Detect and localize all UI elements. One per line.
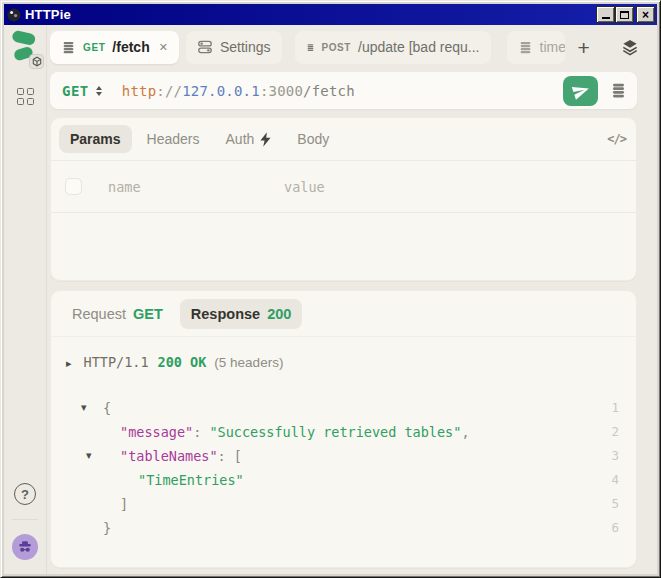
- url-scheme: http: [122, 83, 157, 99]
- tab-label: Body: [297, 131, 329, 147]
- tab-path: /fetch: [112, 39, 149, 55]
- json-punct: :: [218, 448, 234, 464]
- json-key: "message": [120, 424, 193, 440]
- param-enabled-checkbox[interactable]: [65, 178, 82, 195]
- json-line: ▾ "tableNames": [ 3: [51, 444, 636, 468]
- url-host: 127.0.0.1: [182, 83, 260, 99]
- all-tabs-button[interactable]: [618, 35, 642, 59]
- json-line: ▾ { 1: [51, 396, 636, 420]
- environment-badge-icon: [29, 54, 44, 69]
- send-button[interactable]: [563, 76, 598, 106]
- url-port: :3000: [260, 83, 303, 99]
- json-line: "TimeEntries" 4: [51, 468, 636, 492]
- json-punct: ]: [120, 496, 128, 512]
- database-icon: [610, 82, 627, 99]
- tab-time[interactable]: time_: [507, 31, 565, 64]
- layers-icon: [620, 37, 640, 57]
- tab-settings[interactable]: Settings: [186, 31, 282, 64]
- help-icon: ?: [21, 487, 29, 502]
- close-icon: ×: [642, 9, 649, 21]
- tab-method: GET: [83, 42, 105, 53]
- json-string: "TimeEntries": [138, 472, 244, 488]
- url-input[interactable]: http://127.0.0.1:3000/fetch: [122, 83, 355, 99]
- sidebar: ?: [4, 25, 47, 574]
- tab-response[interactable]: Response 200: [180, 299, 303, 329]
- app-content: ?: [4, 25, 657, 574]
- database-icon: [518, 40, 533, 55]
- json-string: "Successfully retrieved tables": [209, 424, 461, 440]
- url-bar: GET http://127.0.0.1:3000/fetch: [50, 72, 637, 109]
- tab-request[interactable]: Request GET: [61, 299, 174, 329]
- response-card: Request GET Response 200 ▸ HTTP/1.1 200 …: [50, 290, 637, 568]
- workspace-grid-icon[interactable]: [17, 88, 34, 105]
- tab-label: Request: [72, 306, 126, 322]
- paper-plane-icon: [569, 79, 592, 102]
- headers-count: (5 headers): [214, 355, 283, 370]
- lightning-bolt-icon: [260, 132, 271, 147]
- titlebar: HTTPie ×: [4, 4, 657, 25]
- new-tab-button[interactable]: +: [572, 37, 596, 58]
- json-punct: ,: [461, 424, 469, 440]
- param-name-input[interactable]: [108, 179, 284, 195]
- method-label: GET: [62, 83, 89, 99]
- tab-path: /update [bad requ...: [358, 39, 479, 55]
- tab-method: GET: [133, 306, 163, 322]
- collapse-caret-icon[interactable]: ▾: [81, 396, 87, 420]
- database-icon: [61, 40, 76, 55]
- updown-arrows-icon: [96, 86, 102, 96]
- request-editor-tabs: Params Headers Auth Body </>: [51, 118, 636, 161]
- line-number: 1: [611, 396, 636, 420]
- line-number: 3: [611, 444, 636, 468]
- tab-headers[interactable]: Headers: [136, 125, 211, 153]
- tab-params[interactable]: Params: [59, 125, 132, 153]
- minimize-icon: [602, 17, 610, 19]
- incognito-icon: [15, 537, 35, 557]
- line-number: 4: [611, 468, 636, 492]
- tab-label: Params: [70, 131, 121, 147]
- tab-body[interactable]: Body: [286, 125, 340, 153]
- response-status-line: ▸ HTTP/1.1 200 OK (5 headers): [51, 354, 636, 370]
- tab-method: POST: [321, 42, 351, 53]
- status-code: 200: [267, 306, 291, 322]
- json-line: } 6: [51, 516, 636, 540]
- request-editor-card: Params Headers Auth Body </>: [50, 117, 637, 281]
- app-window: HTTPie ×: [0, 0, 661, 578]
- line-number: 5: [611, 492, 636, 516]
- tab-get-fetch[interactable]: GET /fetch ✕: [50, 31, 179, 64]
- status-text: 200 OK: [158, 354, 207, 370]
- help-button[interactable]: ?: [14, 483, 36, 505]
- json-line: ] 5: [51, 492, 636, 516]
- param-value-input[interactable]: [284, 179, 622, 195]
- request-options-button[interactable]: [608, 80, 629, 101]
- exchange-tabs: Request GET Response 200: [51, 291, 636, 337]
- json-line: "message": "Successfully retrieved table…: [51, 420, 636, 444]
- collapse-caret-icon[interactable]: ▾: [86, 444, 92, 468]
- sidebar-divider: [12, 519, 38, 520]
- window-controls: ×: [597, 7, 654, 22]
- httpie-logo: [8, 30, 42, 68]
- json-punct: }: [103, 520, 111, 536]
- tab-label: Headers: [147, 131, 200, 147]
- protocol: HTTP/1.1: [84, 354, 149, 370]
- param-row: [51, 161, 636, 213]
- database-icon: [306, 40, 315, 55]
- main-area: GET /fetch ✕ Settings: [47, 25, 657, 574]
- tab-label: Auth: [226, 131, 255, 147]
- url-separator: ://: [156, 83, 182, 99]
- app-icon: [7, 8, 21, 22]
- tab-label: Response: [191, 306, 260, 322]
- code-view-button[interactable]: </>: [605, 130, 628, 148]
- minimize-button[interactable]: [597, 7, 614, 22]
- maximize-icon: [620, 11, 629, 19]
- json-key: "tableNames": [120, 448, 218, 464]
- expand-headers-caret-icon[interactable]: ▸: [66, 357, 72, 370]
- close-tab-icon[interactable]: ✕: [159, 41, 168, 54]
- user-avatar[interactable]: [12, 534, 38, 560]
- close-button[interactable]: ×: [637, 7, 654, 22]
- maximize-button[interactable]: [616, 7, 633, 22]
- tab-post-update[interactable]: POST /update [bad requ...: [295, 31, 491, 64]
- tab-auth[interactable]: Auth: [215, 125, 283, 153]
- tab-label: Settings: [220, 39, 271, 55]
- line-number: 6: [611, 516, 636, 540]
- method-dropdown[interactable]: GET: [62, 83, 102, 99]
